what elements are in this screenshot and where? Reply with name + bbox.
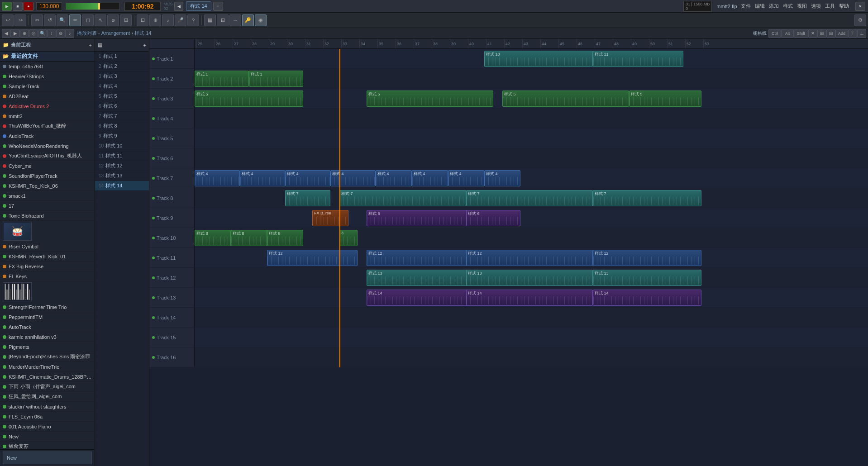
clip[interactable]: 样式 12 xyxy=(593,250,701,266)
track-row-1[interactable]: Track 1样式 10样式 11 xyxy=(149,49,868,69)
tool-piano[interactable]: ⊞ xyxy=(217,14,229,26)
clip[interactable]: 样式 1 xyxy=(249,71,303,87)
track-item-25[interactable]: Pigments xyxy=(0,342,95,352)
clip[interactable]: 样式 12 xyxy=(267,250,358,266)
track-item-14[interactable]: smack1 xyxy=(0,191,95,201)
track-item-28[interactable]: KSHMR_Cinematic_Drums_128BPM_06 xyxy=(0,372,95,382)
clip[interactable]: 样式 4 xyxy=(412,170,448,186)
track-item-32[interactable]: FLS_Ecym 06a xyxy=(0,412,95,422)
track-item-11[interactable]: Cyber_me xyxy=(0,161,95,171)
track-item-13[interactable]: KSHMR_Top_Kick_06 xyxy=(0,181,95,191)
clip[interactable]: 3 xyxy=(339,230,358,246)
clip[interactable]: 样式 4 xyxy=(330,170,376,186)
sub-forward[interactable]: ▶ xyxy=(11,29,20,38)
track-content-3[interactable]: 样式 5样式 5样式 5样式 5 xyxy=(195,89,868,108)
prev-pattern[interactable]: ◀ xyxy=(174,2,183,11)
track-item-27[interactable]: MurderMurderTimeTrio xyxy=(0,362,95,372)
tool-note[interactable]: ♪ xyxy=(162,14,174,26)
clip[interactable]: 样式 5 xyxy=(195,90,303,107)
tool-detuning[interactable]: ⌀ xyxy=(107,14,119,26)
clip[interactable]: 样式 11 xyxy=(593,51,683,67)
sub-wrap[interactable]: ⊞ xyxy=(817,29,826,38)
clip[interactable]: 样式 4 xyxy=(376,170,412,186)
pattern-item-9[interactable]: 9 样式 9 xyxy=(95,131,149,141)
sub-collapse[interactable]: ⊖ xyxy=(56,29,65,38)
track-content-11[interactable]: 样式 12样式 12样式 12样式 12 xyxy=(195,248,868,267)
clip[interactable]: FX B..rse xyxy=(312,210,348,226)
add-track-icon[interactable]: + xyxy=(89,43,92,48)
pattern-item-11[interactable]: 11 样式 11 xyxy=(95,151,149,161)
clip[interactable]: 样式 1 xyxy=(195,71,249,87)
add-pattern[interactable]: + xyxy=(213,2,223,11)
pattern-item-3[interactable]: 3 样式 3 xyxy=(95,71,149,81)
pattern-item-2[interactable]: 2 样式 2 xyxy=(95,62,149,71)
track-item-24[interactable]: karmic annihilation v3 xyxy=(0,332,95,342)
pattern-item-7[interactable]: 7 样式 7 xyxy=(95,111,149,121)
track-row-15[interactable]: Track 15 xyxy=(149,328,868,347)
clip[interactable]: 样式 7 xyxy=(593,190,701,206)
track-content-16[interactable] xyxy=(195,347,868,367)
tool-5[interactable]: ⊞ xyxy=(120,14,132,26)
track-item-12[interactable]: SoundfonlPlayerTrack xyxy=(0,171,95,181)
pattern-item-6[interactable]: 6 样式 6 xyxy=(95,101,149,111)
track-item-8[interactable]: AudioTrack xyxy=(0,131,95,141)
tool-loop[interactable]: ↺ xyxy=(44,14,56,26)
track-content-1[interactable]: 样式 10样式 11 xyxy=(195,49,868,68)
sub-record[interactable]: ◎ xyxy=(29,29,38,38)
tool-undo[interactable]: ↩ xyxy=(2,14,14,26)
track-row-14[interactable]: Track 14 xyxy=(149,308,868,328)
clip[interactable]: 样式 4 xyxy=(240,170,285,186)
tool-mic[interactable]: 🎤 xyxy=(175,14,186,26)
track-row-10[interactable]: Track 10样式 8样式 8样式 83 xyxy=(149,228,868,248)
track-item-1[interactable]: temp_c495764f xyxy=(0,62,95,71)
pattern-item-14[interactable]: 14 样式 14 xyxy=(95,181,149,191)
track-item-19[interactable]: FX Big Reverse xyxy=(0,262,95,271)
clip[interactable]: 样式 8 xyxy=(195,230,231,246)
track-item-16[interactable]: Toxic Biohazard xyxy=(0,211,95,221)
track-row-13[interactable]: Track 13样式 14样式 14样式 14 xyxy=(149,288,868,308)
track-item-23[interactable]: AutoTrack xyxy=(0,322,95,332)
track-row-6[interactable]: Track 6 xyxy=(149,148,868,168)
clip[interactable]: 样式 6 xyxy=(466,210,520,226)
track-item-5[interactable]: Addictive Drums 2 xyxy=(0,101,95,111)
track-row-8[interactable]: Track 8样式 7样式 7样式 7样式 7 xyxy=(149,188,868,208)
sub-unwrap[interactable]: ⊟ xyxy=(826,29,835,38)
track-item-6[interactable]: mmtt2 xyxy=(0,111,95,121)
pattern-item-8[interactable]: 8 样式 8 xyxy=(95,121,149,131)
track-row-16[interactable]: Track 16 xyxy=(149,347,868,367)
track-item-30[interactable]: 狂风_爱给网_aigei_com xyxy=(0,392,95,402)
sub-t2[interactable]: ⊥ xyxy=(857,29,866,38)
pattern-display[interactable]: 样式 14 xyxy=(186,1,211,11)
track-content-14[interactable] xyxy=(195,308,868,327)
pattern-item-5[interactable]: 5 样式 5 xyxy=(95,91,149,101)
clip[interactable]: 样式 14 xyxy=(466,290,593,306)
tool-cut[interactable]: ✂ xyxy=(31,14,43,26)
tool-circ[interactable]: ◉ xyxy=(255,14,267,26)
play-button[interactable]: ▶ xyxy=(2,2,12,11)
track-item-31[interactable]: slackin' without slaughters xyxy=(0,402,95,412)
new-track-button[interactable]: New xyxy=(3,452,92,464)
pattern-item-4[interactable]: 4 样式 4 xyxy=(95,81,149,91)
tool-settings[interactable]: ⚙ xyxy=(854,14,866,26)
track-row-5[interactable]: Track 5 xyxy=(149,128,868,148)
clip[interactable]: 样式 5 xyxy=(367,90,493,107)
close-window[interactable]: ✕ xyxy=(855,2,865,11)
clip[interactable]: 样式 5 xyxy=(502,90,629,107)
track-content-6[interactable] xyxy=(195,148,868,168)
clip[interactable]: 样式 5 xyxy=(629,90,701,107)
sub-back[interactable]: ◀ xyxy=(2,29,11,38)
track-content-13[interactable]: 样式 14样式 14样式 14 xyxy=(195,288,868,307)
bpm-display[interactable]: 130.000 xyxy=(36,2,62,10)
sub-add2[interactable]: Add xyxy=(835,29,848,38)
track-item-29[interactable]: 下雨-小雨（伴雷声_aigei_com xyxy=(0,382,95,392)
track-item-33[interactable]: 001 Acoustic Piano xyxy=(0,422,95,432)
tool-zoom[interactable]: 🔍 xyxy=(57,14,68,26)
clip[interactable]: 样式 13 xyxy=(593,270,701,286)
track-item-18[interactable]: KSHMR_Reverb_Kick_01 xyxy=(0,252,95,262)
track-item-10[interactable]: YouCantEscapeAllOfThis_机器人 xyxy=(0,151,95,161)
tracks-area[interactable]: Track 1样式 10样式 11 Track 2样式 1样式 1 Track … xyxy=(149,49,868,466)
clip[interactable]: 样式 4 xyxy=(285,170,330,186)
pattern-item-1[interactable]: 1 样式 1 xyxy=(95,52,149,62)
track-item-35[interactable]: 鲸食复苏 xyxy=(0,442,95,449)
sub-zoom[interactable]: 🔍 xyxy=(38,29,47,38)
